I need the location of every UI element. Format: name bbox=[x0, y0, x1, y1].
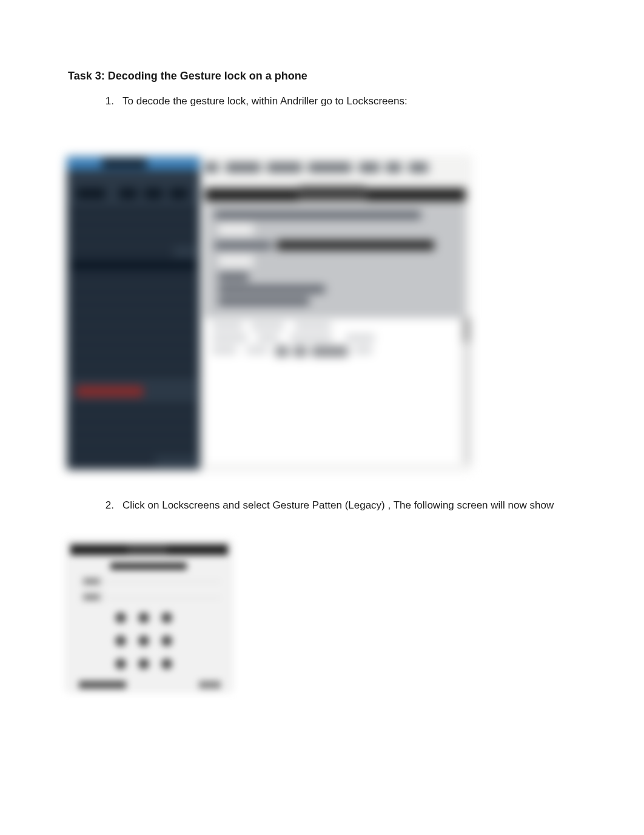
fig1-menu-item bbox=[226, 163, 261, 172]
fig1-sidebar-row bbox=[70, 340, 196, 351]
fig1-menu-item bbox=[205, 163, 218, 172]
fig1-sidebar-row bbox=[70, 430, 196, 441]
pattern-dot-icon bbox=[161, 658, 172, 669]
pattern-dot-icon bbox=[115, 635, 126, 646]
step-1-text: To decode the gesture lock, within Andri… bbox=[114, 93, 576, 109]
fig2-title-text bbox=[127, 544, 167, 555]
fig1-sidebar-row bbox=[70, 206, 196, 217]
fig1-sidebar-tab bbox=[170, 188, 188, 199]
pattern-dot-icon bbox=[138, 635, 149, 646]
fig1-sidebar-row bbox=[70, 403, 196, 414]
fig2-input-line bbox=[106, 581, 221, 582]
fig1-sidebar-tab bbox=[119, 188, 137, 199]
step-2: 2. Click on Lockscreens and select Gestu… bbox=[68, 498, 576, 513]
fig1-panel-text bbox=[218, 273, 249, 281]
fig1-sidebar-row bbox=[70, 246, 173, 257]
step-2-text: Click on Lockscreens and select Gesture … bbox=[114, 498, 576, 513]
pattern-dot-icon bbox=[115, 612, 126, 623]
pattern-dot-icon bbox=[138, 658, 149, 669]
fig1-sidebar-row bbox=[70, 456, 155, 467]
fig1-panel-text bbox=[215, 242, 272, 249]
figure-gesture-dialog-blurred bbox=[67, 541, 232, 691]
fig1-header-button bbox=[298, 186, 366, 201]
fig1-menu-item bbox=[267, 163, 302, 172]
step-2-number: 2. bbox=[97, 498, 114, 513]
figure-andriller-main-blurred bbox=[67, 157, 471, 470]
fig1-sidebar-row bbox=[70, 313, 196, 324]
document-page: Task 3: Decoding the Gesture lock on a p… bbox=[0, 0, 644, 691]
task-heading: Task 3: Decoding the Gesture lock on a p… bbox=[68, 70, 576, 83]
fig2-status-value bbox=[199, 681, 221, 689]
fig1-sidebar-row bbox=[70, 416, 196, 427]
fig1-panel-button bbox=[218, 223, 253, 235]
fig1-sidebar-row bbox=[70, 443, 196, 454]
fig1-scrollbar bbox=[462, 318, 471, 464]
fig1-config-panel bbox=[205, 204, 466, 318]
fig2-button-label bbox=[84, 595, 99, 600]
fig1-scrollbar-thumb bbox=[462, 318, 471, 342]
fig1-sidebar-tab bbox=[76, 188, 106, 199]
fig1-sidebar-row bbox=[70, 326, 196, 337]
fig1-panel-text bbox=[215, 211, 421, 219]
fig1-menu-item bbox=[386, 163, 401, 172]
fig1-menu-item bbox=[409, 163, 428, 172]
fig1-sidebar-tab bbox=[144, 188, 163, 199]
step-1: 1. To decode the gesture lock, within An… bbox=[68, 93, 576, 109]
fig1-sidebar bbox=[67, 157, 200, 470]
fig1-menu-bar bbox=[200, 163, 471, 176]
fig2-status-text bbox=[79, 681, 126, 689]
pattern-dot-icon bbox=[138, 612, 149, 623]
fig2-label bbox=[110, 563, 187, 570]
fig1-sidebar-row-dark bbox=[70, 260, 196, 271]
fig2-input-line bbox=[106, 598, 221, 598]
fig1-panel-button bbox=[218, 255, 253, 267]
pattern-dot-icon bbox=[115, 658, 126, 669]
fig1-sidebar-row bbox=[70, 353, 196, 364]
fig1-sidebar-row bbox=[70, 286, 196, 297]
fig1-sidebar-row bbox=[70, 367, 196, 377]
fig1-sidebar-row bbox=[70, 220, 196, 231]
step-1-number: 1. bbox=[97, 93, 114, 109]
fig1-panel-text bbox=[218, 285, 325, 293]
pattern-dot-icon bbox=[161, 612, 172, 623]
fig1-menu-item bbox=[308, 163, 352, 172]
fig1-sidebar-row bbox=[70, 233, 196, 244]
fig1-menu-item bbox=[359, 163, 380, 172]
fig1-window-title bbox=[102, 158, 147, 167]
pattern-dot-icon bbox=[161, 635, 172, 646]
fig1-panel-path bbox=[277, 240, 434, 250]
fig1-panel-text bbox=[218, 297, 309, 305]
fig2-button-label bbox=[84, 579, 99, 584]
fig1-sidebar-row bbox=[70, 273, 196, 284]
fig1-sidebar-row bbox=[70, 300, 196, 311]
fig1-log-area bbox=[205, 318, 466, 464]
fig1-main-panel bbox=[200, 157, 471, 470]
fig1-sidebar-highlight bbox=[76, 386, 143, 397]
